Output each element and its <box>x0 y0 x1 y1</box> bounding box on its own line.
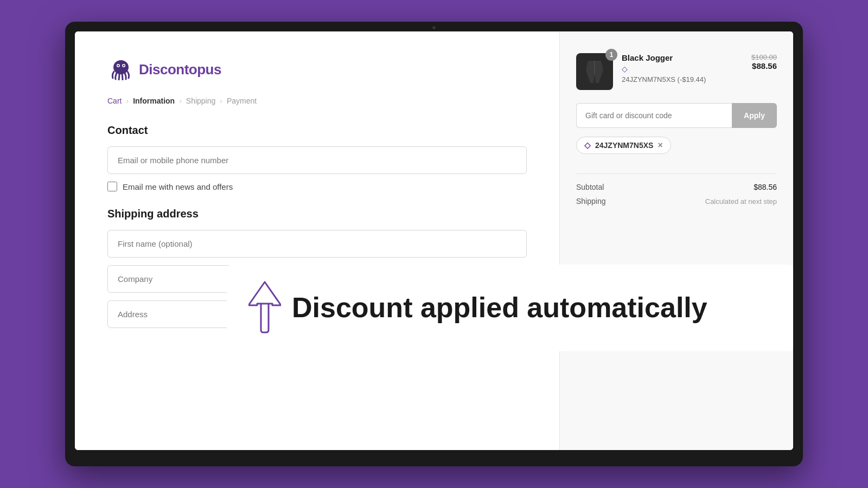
logo-prefix: Disc <box>139 61 168 78</box>
coupon-icon: ◇ <box>584 140 591 150</box>
discount-code-input[interactable] <box>576 103 732 128</box>
svg-point-0 <box>113 60 129 74</box>
page-background: Discontopus Cart › Information › Shippin… <box>0 0 868 488</box>
breadcrumb-sep-1: › <box>126 97 129 105</box>
product-icon-row: ◇ <box>622 65 743 73</box>
breadcrumb-sep-3: › <box>220 97 222 105</box>
breadcrumb: Cart › Information › Shipping › Payment <box>107 97 527 105</box>
product-image-wrapper: 1 <box>576 53 613 90</box>
product-item: 1 Black Jogger ◇ 24JZYNM7N5XS (-$19.44) … <box>576 53 777 90</box>
right-panel: 1 Black Jogger ◇ 24JZYNM7N5XS (-$19.44) … <box>560 31 793 450</box>
summary-divider <box>576 174 777 174</box>
email-input[interactable] <box>107 146 527 174</box>
breadcrumb-payment: Payment <box>227 97 257 105</box>
logo-highlight: o <box>168 61 176 78</box>
coupon-code-text: 24JZYNM7N5XS <box>595 141 653 150</box>
svg-point-3 <box>118 65 119 67</box>
tag-icon: ◇ <box>622 65 628 73</box>
logo-icon <box>107 59 135 80</box>
breadcrumb-shipping: Shipping <box>186 97 216 105</box>
logo-text: Discontopus <box>139 61 221 78</box>
remove-coupon-button[interactable]: × <box>658 141 662 150</box>
subtotal-label: Subtotal <box>576 183 604 191</box>
newsletter-checkbox-row: Email me with news and offers <box>107 182 527 191</box>
apply-button[interactable]: Apply <box>732 103 777 128</box>
product-image-svg <box>584 58 605 85</box>
price-current: $88.56 <box>751 61 777 70</box>
shipping-heading: Shipping address <box>107 208 527 220</box>
product-name: Black Jogger <box>622 53 743 62</box>
coupon-tag: ◇ 24JZYNM7N5XS × <box>576 137 671 154</box>
discount-row: Apply <box>576 103 777 128</box>
first-name-input[interactable] <box>107 230 527 258</box>
shipping-value: Calculated at next step <box>705 197 777 206</box>
left-panel: Discontopus Cart › Information › Shippin… <box>75 31 560 450</box>
newsletter-checkbox[interactable] <box>107 182 117 191</box>
product-code: 24JZYNM7N5XS (-$19.44) <box>622 75 743 84</box>
company-input[interactable] <box>107 265 527 293</box>
svg-point-4 <box>123 65 125 67</box>
laptop-frame: Discontopus Cart › Information › Shippin… <box>65 22 803 466</box>
coupon-tag-container: ◇ 24JZYNM7N5XS × <box>576 137 777 165</box>
product-info: Black Jogger ◇ 24JZYNM7N5XS (-$19.44) <box>622 53 743 84</box>
shipping-row: Shipping Calculated at next step <box>576 197 777 206</box>
shipping-label: Shipping <box>576 197 606 206</box>
contact-heading: Contact <box>107 124 527 137</box>
subtotal-row: Subtotal $88.56 <box>576 183 777 191</box>
breadcrumb-sep-2: › <box>179 97 182 105</box>
price-original: $100.00 <box>751 53 777 61</box>
subtotal-value: $88.56 <box>754 183 777 191</box>
breadcrumb-cart[interactable]: Cart <box>107 97 122 105</box>
product-prices: $100.00 $88.56 <box>751 53 777 70</box>
laptop-screen: Discontopus Cart › Information › Shippin… <box>75 31 793 450</box>
logo-area: Discontopus <box>107 59 527 80</box>
logo-suffix: ntopus <box>176 61 221 78</box>
newsletter-label: Email me with news and offers <box>123 182 233 191</box>
product-qty-badge: 1 <box>605 49 617 61</box>
breadcrumb-information: Information <box>133 97 175 105</box>
address-input[interactable] <box>107 300 527 328</box>
camera-dot <box>432 26 436 29</box>
